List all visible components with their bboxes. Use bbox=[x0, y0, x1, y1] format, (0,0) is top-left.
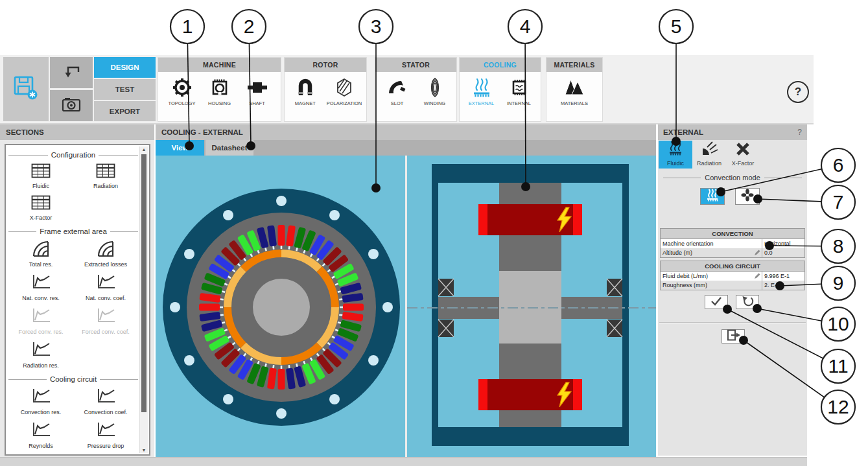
chart-icon bbox=[30, 421, 51, 441]
frame-bolt-hole bbox=[329, 394, 340, 404]
section-item-radiation-res[interactable]: Radiation res. bbox=[8, 341, 73, 369]
convection-mode-divider: Convection mode bbox=[663, 174, 802, 181]
section-item-pressure-drop[interactable]: Pressure drop bbox=[73, 421, 138, 449]
table-row[interactable]: Altitude (m) 0.0 bbox=[661, 248, 804, 257]
panel-help-icon[interactable]: ? bbox=[797, 128, 802, 137]
tab-datasheet[interactable]: Datasheet bbox=[205, 140, 253, 156]
ribbon-item-cooling-internal[interactable]: INTERNAL bbox=[501, 76, 537, 106]
forced-convection-button[interactable] bbox=[735, 188, 760, 205]
axial-view-panel[interactable] bbox=[407, 156, 656, 457]
bearing-icon bbox=[607, 279, 622, 296]
scrollbar-thumb[interactable] bbox=[141, 154, 147, 412]
natural-convection-button[interactable] bbox=[700, 188, 725, 205]
section-item-label: Forced conv. res. bbox=[19, 329, 64, 335]
ribbon-item-label: HOUSING bbox=[208, 100, 231, 106]
sections-scrollbar[interactable]: ▲ ▼ bbox=[139, 146, 148, 453]
tab-radiation[interactable]: Radiation bbox=[692, 141, 726, 169]
section-item-fluidic[interactable]: Fluidic bbox=[8, 163, 73, 189]
section-item-radiation[interactable]: Radiation bbox=[73, 163, 138, 189]
chart-icon bbox=[30, 341, 51, 360]
external-settings-panel: EXTERNAL ? Fluidic bbox=[658, 124, 807, 456]
callout-circle bbox=[359, 10, 393, 43]
roughness-value[interactable]: 2. E-3 bbox=[762, 281, 804, 290]
undo-arrow-icon bbox=[60, 62, 82, 84]
ribbon-item-label: TOPOLOGY bbox=[169, 100, 196, 106]
end-winding-bottom bbox=[478, 379, 582, 410]
row-label: Altitude (m) bbox=[663, 250, 692, 256]
section-item-label: Nat. conv. coef. bbox=[86, 295, 126, 301]
ribbon-item-shaft[interactable]: SHAFT bbox=[239, 76, 276, 106]
stator-slot bbox=[278, 369, 285, 390]
apply-button[interactable] bbox=[705, 295, 728, 309]
callout-number: 5 bbox=[671, 16, 682, 37]
ribbon-item-slot[interactable]: SLOT bbox=[379, 76, 416, 106]
help-button[interactable]: ? bbox=[787, 81, 809, 103]
external-panel-header: EXTERNAL ? bbox=[658, 124, 807, 140]
ribbon-item-label: SHAFT bbox=[249, 100, 265, 106]
section-item-reynolds[interactable]: Reynolds bbox=[8, 421, 73, 449]
ribbon-item-materials[interactable]: MATERIALS bbox=[556, 76, 592, 106]
section-item-total-res[interactable]: Total res. bbox=[8, 240, 73, 268]
altitude-value[interactable]: 0.0 bbox=[762, 248, 804, 257]
cooling-circuit-table: COOLING CIRCUIT Fluid debit (L/mn) 9.996… bbox=[660, 261, 805, 290]
tab-fluidic[interactable]: Fluidic bbox=[659, 141, 692, 169]
chart-icon bbox=[95, 274, 116, 293]
table-row[interactable]: Fluid debit (L/mn) 9.996 E-1 bbox=[661, 272, 804, 281]
fluid-debit-value[interactable]: 9.996 E-1 bbox=[762, 272, 804, 281]
tab-view[interactable]: View bbox=[156, 140, 204, 156]
ribbon-group-machine: MACHINE TOPOLOGY bbox=[158, 57, 281, 122]
frame-bolt-hole bbox=[329, 210, 340, 220]
design-mode-button[interactable]: DESIGN bbox=[94, 57, 156, 78]
section-item-x-factor[interactable]: X-Factor bbox=[8, 195, 73, 221]
chart-icon bbox=[30, 388, 51, 407]
table-row[interactable]: Machine orientation Horizontal bbox=[661, 239, 804, 248]
external-panel-title: EXTERNAL bbox=[663, 128, 703, 136]
ribbon-group-title: MATERIALS bbox=[546, 58, 602, 72]
ribbon-item-housing[interactable]: HOUSING bbox=[202, 76, 238, 106]
ribbon-group-rotor: ROTOR MAGNET bbox=[284, 57, 367, 122]
frame-bolt-hole bbox=[276, 196, 287, 206]
radial-view-panel[interactable] bbox=[156, 156, 405, 457]
callout-circle bbox=[821, 390, 855, 424]
radial-cross-section bbox=[156, 156, 405, 457]
screenshot-button[interactable] bbox=[50, 90, 93, 121]
ribbon-item-label: EXTERNAL bbox=[469, 100, 495, 106]
ribbon-item-magnet[interactable]: MAGNET bbox=[287, 76, 323, 106]
frame-bolt-hole bbox=[170, 302, 180, 312]
cooling-external-icon bbox=[470, 76, 493, 99]
save-button[interactable] bbox=[3, 57, 49, 121]
export-document-icon bbox=[725, 329, 742, 344]
section-item-forced-conv-res[interactable]: Forced conv. res. bbox=[8, 307, 73, 335]
arcs-icon bbox=[96, 240, 115, 259]
external-panel-tabs: Fluidic Radiation bbox=[659, 141, 760, 169]
x-factor-icon bbox=[736, 142, 750, 159]
section-item-nat-conv-res[interactable]: Nat. conv. res. bbox=[8, 274, 73, 301]
frame-bolt-hole bbox=[223, 210, 233, 220]
export-section-button[interactable] bbox=[721, 329, 745, 344]
ribbon-item-topology[interactable]: TOPOLOGY bbox=[164, 76, 200, 106]
tab-x-factor[interactable]: X-Factor bbox=[726, 141, 760, 169]
section-item-label: Nat. conv. res. bbox=[22, 295, 59, 301]
undo-button[interactable] bbox=[50, 57, 93, 88]
callout-circle bbox=[821, 349, 855, 383]
ribbon-item-label: WINDING bbox=[424, 100, 445, 106]
ribbon-item-polarization[interactable]: POLARIZATION bbox=[325, 76, 364, 106]
callout-number: 2 bbox=[244, 16, 255, 37]
export-mode-button[interactable]: EXPORT bbox=[94, 101, 156, 121]
section-item-convection-coef[interactable]: Convection coef. bbox=[73, 388, 138, 415]
chart-icon bbox=[30, 307, 51, 327]
scroll-down-icon[interactable]: ▼ bbox=[140, 448, 148, 452]
machine-orientation-value[interactable]: Horizontal bbox=[762, 239, 804, 248]
frame-bolt-hole bbox=[223, 394, 233, 404]
section-item-extracted-losses[interactable]: Extracted losses bbox=[73, 240, 138, 268]
section-item-forced-conv-coef[interactable]: Forced conv. coef. bbox=[73, 307, 138, 335]
section-item-convection-res[interactable]: Convection res. bbox=[8, 388, 73, 415]
scroll-up-icon[interactable]: ▲ bbox=[140, 147, 148, 152]
table-row[interactable]: Roughness (mm) 2. E-3 bbox=[661, 281, 804, 290]
test-mode-button[interactable]: TEST bbox=[94, 79, 156, 100]
callout-circle bbox=[821, 148, 855, 182]
ribbon-item-winding[interactable]: WINDING bbox=[417, 76, 453, 106]
restore-button[interactable] bbox=[736, 295, 759, 309]
ribbon-item-cooling-external[interactable]: EXTERNAL bbox=[463, 76, 500, 106]
section-item-nat-conv-coef[interactable]: Nat. conv. coef. bbox=[73, 274, 138, 301]
